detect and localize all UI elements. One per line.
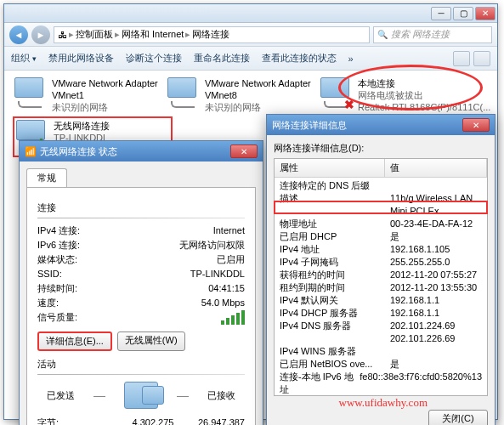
wireless-status-dialog: 📶 无线网络连接 状态 ✕ 常规 连接 IPv4 连接:Internet IPv… — [19, 140, 263, 425]
details-row[interactable]: 连接特定的 DNS 后缀 — [275, 179, 487, 192]
close-button[interactable]: ✕ — [462, 118, 490, 132]
organize-menu[interactable]: 组织 — [11, 52, 37, 65]
details-row[interactable]: 已启用 NetBIOS ove...是 — [275, 358, 487, 371]
minimize-button[interactable]: ─ — [431, 7, 451, 20]
disable-device-button[interactable]: 禁用此网络设备 — [48, 52, 114, 65]
dialog-title: 网络连接详细信息 — [272, 119, 347, 132]
search-input[interactable]: 搜索 网络连接 — [373, 26, 492, 43]
tab-general[interactable]: 常规 — [26, 168, 67, 187]
breadcrumb-item[interactable]: 控制面板 — [76, 28, 113, 41]
view-options-icon[interactable] — [453, 51, 470, 66]
network-adapter-icon — [14, 77, 47, 110]
network-adapter-icon: ✖ — [320, 77, 353, 110]
property-name: 租约到期的时间 — [280, 281, 390, 294]
column-value[interactable]: 值 — [385, 159, 487, 177]
property-name: 连接-本地 IPv6 地址 — [280, 371, 360, 396]
details-row[interactable]: IPv4 子网掩码255.255.255.0 — [275, 256, 487, 269]
view-status-button[interactable]: 查看此连接的状态 — [262, 52, 337, 65]
wifi-icon: 📶 — [25, 146, 37, 157]
property-name: 描述 — [280, 192, 390, 218]
forward-button[interactable]: ► — [31, 26, 50, 44]
property-value: 202.101.226.69 — [390, 332, 482, 345]
dialog-title: 无线网络连接 状态 — [40, 145, 117, 158]
wireless-properties-button[interactable]: 无线属性(W) — [117, 332, 185, 351]
details-row[interactable]: 物理地址00-23-4E-DA-FA-12 — [275, 218, 487, 230]
property-value: 11b/g Wireless LAN Mini PCI Ex — [390, 192, 482, 218]
details-row[interactable]: 租约到期的时间2012-11-20 13:55:30 — [275, 281, 487, 294]
property-value: 192.168.1.1 — [390, 307, 482, 320]
network-adapter-icon — [167, 77, 200, 110]
property-value: 192.168.1.105 — [390, 243, 482, 256]
property-name: 连接特定的 DNS 后缀 — [280, 179, 390, 192]
property-name: 获得租约的时间 — [280, 269, 390, 281]
property-name: IPv4 地址 — [280, 243, 390, 256]
property-value — [390, 345, 482, 358]
property-name: 已启用 DHCP — [280, 230, 390, 243]
adapter-status: 未识别的网络 — [205, 101, 317, 113]
details-row[interactable]: IPv4 WINS 服务器 — [275, 345, 487, 358]
close-button[interactable]: 关闭(C) — [428, 410, 488, 425]
details-row[interactable]: IPv4 地址192.168.1.105 — [275, 243, 487, 256]
received-label: 已接收 — [207, 389, 235, 402]
property-value — [390, 179, 482, 192]
details-row[interactable]: 获得租约的时间2012-11-20 07:55:27 — [275, 269, 487, 281]
diagnose-button[interactable]: 诊断这个连接 — [126, 52, 182, 65]
watermark: www.ufidawhy.com — [339, 396, 428, 410]
property-name: IPv4 DNS 服务器 — [280, 320, 390, 332]
property-value: 00-23-4E-DA-FA-12 — [390, 218, 482, 230]
close-button[interactable]: ✕ — [475, 7, 496, 20]
close-button[interactable]: ✕ — [230, 144, 258, 158]
details-row[interactable]: IPv4 DNS 服务器202.101.224.69 — [275, 320, 487, 332]
property-value: 是 — [390, 230, 482, 243]
property-value: 192.168.1.1 — [390, 294, 482, 307]
adapter-vmnet1[interactable]: VMware Network Adapter VMnet1 未识别的网络 — [13, 76, 166, 116]
adapter-status: 未识别的网络 — [52, 101, 164, 113]
toolbar: 组织 禁用此网络设备 诊断这个连接 重命名此连接 查看此连接的状态 » — [4, 47, 497, 71]
details-row[interactable]: IPv4 DHCP 服务器192.168.1.1 — [275, 307, 487, 320]
help-icon[interactable] — [473, 51, 490, 66]
rename-button[interactable]: 重命名此连接 — [194, 52, 250, 65]
property-value: fe80::38e3:f76:cfd0:5820%13 — [360, 371, 482, 396]
connection-details-dialog: 网络连接详细信息 ✕ 网络连接详细信息(D): 属性 值 连接特定的 DNS 后… — [266, 114, 496, 425]
activity-section-label: 活动 — [37, 358, 245, 371]
signal-bars-icon — [122, 310, 245, 325]
column-property[interactable]: 属性 — [275, 159, 385, 177]
adapter-name: 本地连接 — [358, 77, 490, 89]
breadcrumb-item[interactable]: 网络和 Internet — [122, 28, 184, 41]
property-value: 202.101.224.69 — [390, 320, 482, 332]
dialog-titlebar: 📶 无线网络连接 状态 ✕ — [20, 141, 263, 162]
property-name — [280, 332, 390, 345]
back-button[interactable]: ◄ — [9, 26, 28, 44]
details-row[interactable]: 已启用 DHCP是 — [275, 230, 487, 243]
adapter-name: 无线网络连接 — [54, 120, 184, 132]
dialog-titlebar: 网络连接详细信息 ✕ — [267, 115, 495, 135]
maximize-button[interactable]: ▢ — [453, 7, 473, 20]
property-name: IPv4 WINS 服务器 — [280, 345, 390, 358]
adapter-status: 网络电缆被拔出 — [358, 89, 490, 101]
details-row[interactable]: 描述11b/g Wireless LAN Mini PCI Ex — [275, 192, 487, 218]
details-button[interactable]: 详细信息(E)... — [37, 332, 112, 351]
disconnected-icon: ✖ — [344, 98, 354, 111]
property-value: 2012-11-20 13:55:30 — [390, 281, 482, 294]
details-row[interactable]: IPv4 默认网关192.168.1.1 — [275, 294, 487, 307]
property-value: 2012-11-20 07:55:27 — [390, 269, 482, 281]
breadcrumb-item[interactable]: 网络连接 — [192, 28, 229, 41]
details-header-label: 网络连接详细信息(D): — [274, 142, 488, 155]
property-name: IPv4 默认网关 — [280, 294, 390, 307]
breadcrumb-icon: 🖧 — [58, 30, 67, 40]
adapter-name: VMware Network Adapter VMnet8 — [205, 77, 317, 101]
adapter-local[interactable]: ✖ 本地连接 网络电缆被拔出 Realtek RTL8168C(P)/8111C… — [319, 76, 472, 116]
property-value: 是 — [390, 358, 482, 371]
property-name: 已启用 NetBIOS ove... — [280, 358, 390, 371]
property-value: 255.255.255.0 — [390, 256, 482, 269]
titlebar: ─ ▢ ✕ — [4, 4, 497, 23]
details-row[interactable]: 连接-本地 IPv6 地址fe80::38e3:f76:cfd0:5820%13 — [275, 371, 487, 396]
breadcrumb[interactable]: 🖧 ▸ 控制面板 ▸ 网络和 Internet ▸ 网络连接 — [54, 26, 370, 43]
adapter-name: VMware Network Adapter VMnet1 — [52, 77, 164, 101]
sent-label: 已发送 — [47, 389, 75, 402]
property-name: IPv4 DHCP 服务器 — [280, 307, 390, 320]
details-row[interactable]: 202.101.226.69 — [275, 332, 487, 345]
details-list: 属性 值 连接特定的 DNS 后缀描述11b/g Wireless LAN Mi… — [274, 158, 488, 396]
connection-section-label: 连接 — [37, 201, 245, 214]
adapter-vmnet8[interactable]: VMware Network Adapter VMnet8 未识别的网络 — [166, 76, 319, 116]
